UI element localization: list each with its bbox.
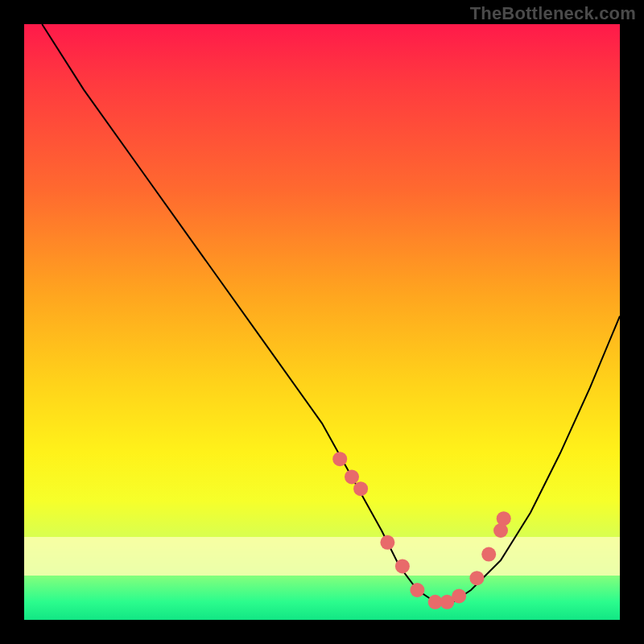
watermark-text: TheBottleneck.com — [470, 3, 636, 24]
marker-point — [452, 588, 466, 603]
bottleneck-curve — [42, 24, 620, 602]
plot-area — [24, 24, 620, 620]
marker-point — [380, 535, 394, 550]
chart-svg — [24, 24, 620, 620]
marker-group — [332, 452, 511, 609]
chart-frame: TheBottleneck.com — [0, 0, 644, 644]
marker-point — [497, 511, 511, 526]
marker-point — [345, 469, 359, 484]
marker-point — [395, 559, 410, 573]
marker-point — [353, 481, 368, 496]
marker-point — [481, 547, 496, 562]
marker-point — [332, 452, 347, 466]
marker-point — [410, 583, 424, 597]
marker-point — [469, 571, 484, 585]
